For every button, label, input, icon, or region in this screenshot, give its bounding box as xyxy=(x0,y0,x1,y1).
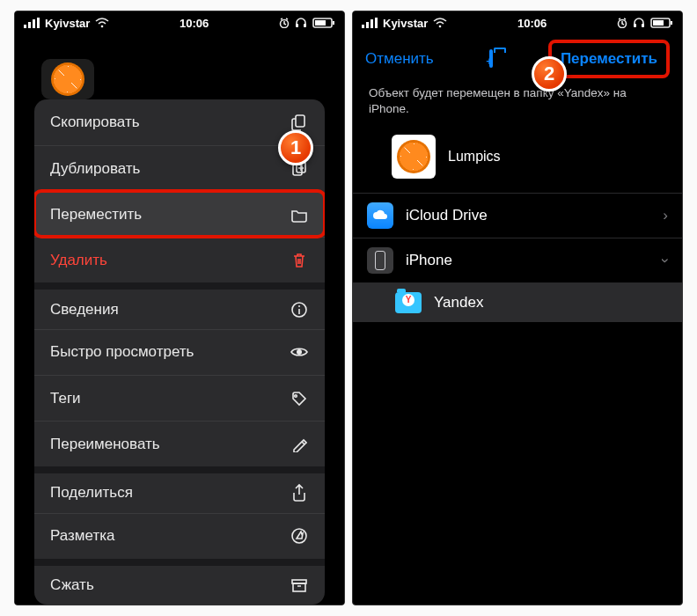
location-yandex[interactable]: Yandex xyxy=(353,283,682,322)
svg-rect-7 xyxy=(304,24,306,27)
locations-list: iCloud Drive › iPhone › Yandex xyxy=(353,193,682,322)
menu-label: Переместить xyxy=(50,206,142,224)
svg-rect-10 xyxy=(333,21,334,25)
menu-item-rename[interactable]: Переименовать xyxy=(34,421,325,466)
clock-label: 10:06 xyxy=(180,17,209,30)
svg-rect-22 xyxy=(366,22,369,28)
status-bar: Kyivstar 10:06 xyxy=(353,11,682,34)
info-icon xyxy=(290,301,309,319)
svg-rect-27 xyxy=(634,24,636,27)
alarm-icon xyxy=(617,18,627,28)
menu-label: Быстро просмотреть xyxy=(50,343,194,361)
folder-icon xyxy=(290,207,309,223)
svg-rect-11 xyxy=(296,115,304,127)
menu-item-quicklook[interactable]: Быстро просмотреть xyxy=(34,329,325,375)
svg-rect-20 xyxy=(293,583,305,591)
trash-icon xyxy=(290,252,309,269)
file-name-label: Lumpics xyxy=(448,149,501,165)
menu-label: Теги xyxy=(50,390,81,407)
chevron-right-icon: › xyxy=(663,207,668,224)
location-label: iPhone xyxy=(406,252,452,269)
context-menu: Скопировать Дублировать Переместить Удал… xyxy=(34,99,325,605)
menu-item-info[interactable]: Сведения xyxy=(34,282,325,328)
wifi-icon xyxy=(433,18,447,28)
menu-item-compress[interactable]: Сжать xyxy=(34,559,325,605)
orange-icon xyxy=(51,62,84,96)
move-header: Отменить Переместить xyxy=(353,34,682,84)
svg-point-15 xyxy=(298,305,300,307)
battery-icon xyxy=(312,18,335,28)
alarm-icon xyxy=(279,18,290,28)
menu-label: Поделиться xyxy=(50,484,133,502)
svg-point-17 xyxy=(295,394,297,397)
svg-rect-9 xyxy=(315,20,326,26)
svg-rect-31 xyxy=(671,21,672,25)
menu-label: Сведения xyxy=(50,301,119,319)
svg-rect-24 xyxy=(375,18,378,28)
svg-rect-21 xyxy=(362,25,364,28)
menu-label: Дублировать xyxy=(50,160,140,178)
headphones-icon xyxy=(295,18,307,28)
file-thumbnail xyxy=(392,135,436,179)
svg-rect-0 xyxy=(24,25,26,28)
cancel-button[interactable]: Отменить xyxy=(365,50,434,68)
copy-icon xyxy=(290,114,309,131)
orange-icon xyxy=(397,140,430,173)
phone-left: Kyivstar 10:06 Скопировать Дублировать П… xyxy=(14,11,345,605)
svg-rect-2 xyxy=(33,19,35,28)
svg-rect-23 xyxy=(371,19,373,28)
location-label: iCloud Drive xyxy=(406,207,488,224)
chevron-down-icon: › xyxy=(657,259,674,264)
menu-item-tags[interactable]: Теги xyxy=(34,375,325,421)
menu-item-share[interactable]: Поделиться xyxy=(34,466,325,512)
menu-label: Скопировать xyxy=(50,114,140,131)
menu-item-markup[interactable]: Разметка xyxy=(34,513,325,559)
tag-icon xyxy=(290,390,309,407)
svg-point-16 xyxy=(297,349,302,355)
location-label: Yandex xyxy=(434,294,483,312)
phone-right: Kyivstar 10:06 Отменить Переместить Объе… xyxy=(352,11,683,605)
location-icloud[interactable]: iCloud Drive › xyxy=(353,194,682,238)
move-description: Объект будет перемещен в папку «Yandex» … xyxy=(353,84,682,128)
svg-point-4 xyxy=(101,26,104,28)
svg-rect-1 xyxy=(28,22,31,28)
svg-rect-30 xyxy=(653,20,664,26)
iphone-icon xyxy=(367,247,393,274)
menu-item-move[interactable]: Переместить xyxy=(34,191,325,237)
svg-rect-28 xyxy=(642,24,644,27)
clock-label: 10:06 xyxy=(517,17,547,30)
status-bar: Kyivstar 10:06 xyxy=(15,11,344,34)
step-badge-2: 2 xyxy=(532,56,567,92)
file-thumbnail xyxy=(41,59,94,99)
pencil-icon xyxy=(290,436,309,452)
icloud-icon xyxy=(367,202,393,229)
step-badge-1: 1 xyxy=(278,130,313,165)
menu-label: Переименовать xyxy=(50,436,160,453)
carrier-label: Kyivstar xyxy=(383,17,428,30)
markup-icon xyxy=(290,527,309,545)
menu-label: Сжать xyxy=(50,576,94,594)
file-to-move: Lumpics xyxy=(353,128,682,193)
battery-icon xyxy=(650,18,673,28)
signal-icon xyxy=(362,18,378,28)
svg-point-18 xyxy=(292,529,306,543)
svg-rect-6 xyxy=(296,24,298,27)
yandex-folder-icon xyxy=(395,292,422,313)
menu-label: Удалить xyxy=(50,252,107,269)
menu-label: Разметка xyxy=(50,527,114,545)
headphones-icon xyxy=(633,18,645,28)
svg-point-25 xyxy=(439,26,442,28)
new-folder-icon xyxy=(489,49,493,68)
signal-icon xyxy=(24,18,40,28)
menu-item-delete[interactable]: Удалить xyxy=(34,237,325,282)
location-iphone[interactable]: iPhone › xyxy=(353,238,682,283)
new-folder-button[interactable] xyxy=(489,51,493,67)
svg-rect-3 xyxy=(37,18,40,28)
archive-icon xyxy=(290,577,309,593)
eye-icon xyxy=(290,345,309,359)
share-icon xyxy=(290,483,309,502)
wifi-icon xyxy=(95,18,109,28)
carrier-label: Kyivstar xyxy=(45,17,90,30)
